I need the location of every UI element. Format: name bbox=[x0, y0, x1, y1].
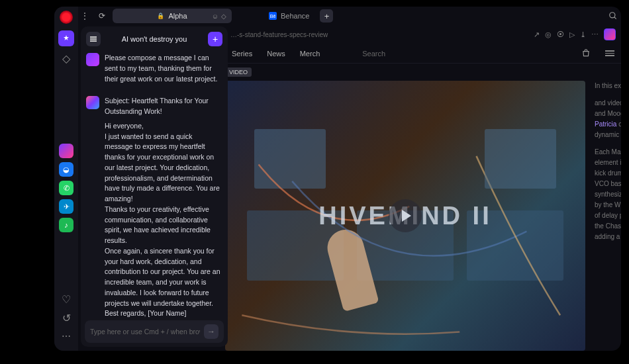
ai-conversation-title: AI won't destroy you bbox=[105, 35, 204, 43]
chat-input-row: → bbox=[85, 320, 224, 343]
tab-behance[interactable]: Bē Behance bbox=[262, 9, 316, 23]
user-avatar-icon bbox=[86, 53, 99, 66]
ai-sidebar: AI won't destroy you + Please compose a … bbox=[81, 26, 228, 347]
camera-icon[interactable]: ◎ bbox=[545, 30, 552, 39]
article-text: In this exp and video and Moog Patricia … bbox=[595, 64, 621, 351]
tab-label: Behance bbox=[281, 12, 309, 20]
reload-icon[interactable]: ⟳ bbox=[95, 9, 109, 23]
heart-icon[interactable]: ♡ bbox=[58, 291, 74, 307]
user-message-text: Please compose a message I can sent to m… bbox=[105, 53, 222, 84]
ai-menu-icon[interactable] bbox=[86, 32, 101, 46]
opera-logo-icon[interactable] bbox=[60, 11, 73, 24]
add-tab-button[interactable]: + bbox=[320, 9, 333, 23]
nav-item-series[interactable]: Series bbox=[232, 50, 252, 58]
video-badge: VIDEO bbox=[225, 68, 252, 77]
url-bar-row: …-s-stand-features-specs-review ↗ ◎ ⦿ ▷ … bbox=[225, 26, 621, 42]
tab-label: Alpha bbox=[168, 12, 187, 20]
search-input[interactable]: Search bbox=[362, 50, 385, 58]
bag-icon[interactable] bbox=[581, 48, 591, 59]
diamond-icon[interactable]: ◇ bbox=[58, 50, 74, 66]
video-section: VIDEO HIVEMIND II bbox=[225, 64, 585, 351]
target-icon[interactable]: ⦿ bbox=[557, 30, 564, 38]
site-menu-icon[interactable] bbox=[605, 50, 614, 56]
lock-icon: 🔒 bbox=[157, 13, 164, 19]
svg-line-1 bbox=[614, 17, 616, 19]
chat-input[interactable] bbox=[90, 328, 200, 336]
telegram-app-icon[interactable]: ✈ bbox=[59, 199, 73, 214]
behance-favicon-icon: Bē bbox=[269, 12, 277, 20]
nav-item-news[interactable]: News bbox=[267, 50, 285, 58]
more-icon[interactable]: ⋯ bbox=[58, 328, 74, 344]
global-search-icon[interactable] bbox=[605, 8, 621, 24]
chat-message-user: Please compose a message I can sent to m… bbox=[86, 53, 222, 88]
ai-tab-button[interactable] bbox=[58, 30, 74, 46]
new-chat-button[interactable]: + bbox=[208, 32, 222, 46]
history-icon[interactable]: ↺ bbox=[58, 310, 74, 326]
tab-alpha[interactable]: 🔒 Alpha ☺ ◇ bbox=[113, 9, 232, 23]
page-main: VIDEO HIVEMIND II In this exp and video … bbox=[225, 64, 621, 351]
site-nav: Series News Merch Search bbox=[225, 44, 621, 64]
send-button[interactable]: → bbox=[204, 324, 218, 339]
play-small-icon[interactable]: ▷ bbox=[569, 30, 575, 39]
ai-subject: Subject: Heartfelt Thanks for Your Outst… bbox=[105, 96, 222, 117]
smile-icon[interactable]: ☺ bbox=[212, 13, 218, 20]
ai-greeting: Hi everyone, bbox=[105, 121, 222, 132]
ai-body-3: Once again, a sincere thank you for your… bbox=[105, 246, 222, 309]
ai-avatar-icon bbox=[86, 96, 99, 109]
video-player[interactable]: HIVEMIND II bbox=[225, 81, 585, 351]
download-icon[interactable]: ⤓ bbox=[580, 30, 586, 39]
svg-point-0 bbox=[610, 13, 615, 18]
pin-icon[interactable]: ◇ bbox=[221, 13, 226, 20]
spotify-app-icon[interactable]: ♪ bbox=[59, 218, 73, 232]
nav-item-merch[interactable]: Merch bbox=[300, 50, 320, 58]
messenger-app-icon[interactable]: ◒ bbox=[59, 162, 73, 177]
profile-avatar[interactable] bbox=[604, 28, 616, 40]
url-display[interactable]: …-s-stand-features-specs-review bbox=[230, 31, 328, 38]
whatsapp-app-icon[interactable]: ✆ bbox=[59, 181, 73, 195]
ai-app-icon[interactable] bbox=[59, 144, 73, 158]
ai-body-2: Thanks to your creativity, effective com… bbox=[105, 205, 222, 246]
tab-menu-icon[interactable]: ⋮ bbox=[78, 9, 91, 23]
ai-body-1: I just wanted to send a quick message to… bbox=[105, 132, 222, 205]
ai-header: AI won't destroy you + bbox=[85, 30, 224, 48]
chat-thread: Please compose a message I can sent to m… bbox=[85, 48, 224, 320]
share-icon[interactable]: ↗ bbox=[534, 30, 540, 39]
play-button-icon[interactable] bbox=[389, 199, 422, 232]
more-page-icon[interactable]: ⋯ bbox=[591, 30, 599, 39]
chat-message-ai: Subject: Heartfelt Thanks for Your Outst… bbox=[86, 96, 222, 320]
tab-bar: ⋮ ⟳ 🔒 Alpha ☺ ◇ Bē Behance + bbox=[78, 7, 621, 25]
left-rail: ◇ ◒ ✆ ✈ ♪ ♡ ↺ ⋯ bbox=[54, 7, 78, 351]
ai-signoff: Best regards, [Your Name] bbox=[105, 308, 222, 319]
